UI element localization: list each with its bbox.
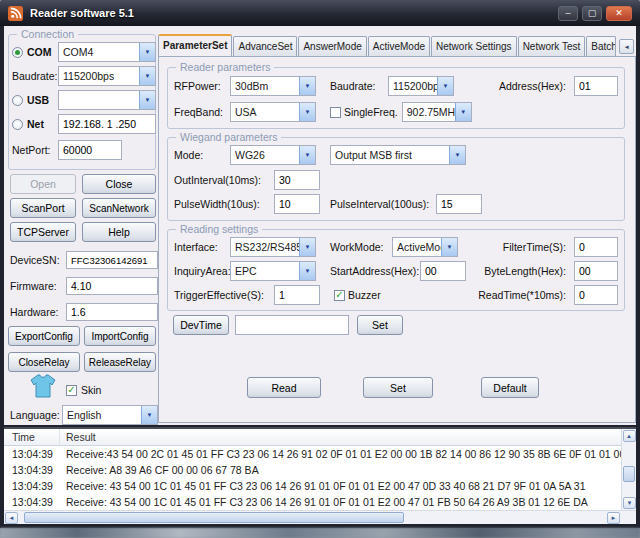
startaddress-field[interactable] <box>420 261 466 281</box>
scroll-down-icon[interactable]: ▼ <box>623 497 636 509</box>
set-button[interactable]: Set <box>363 377 433 398</box>
firmware-input[interactable] <box>67 278 157 294</box>
titlebar[interactable]: Reader software 5.1 – ▢ ✕ <box>0 0 640 26</box>
devtime-set-button[interactable]: Set <box>357 315 403 335</box>
chevron-down-icon[interactable]: ▼ <box>141 406 157 424</box>
address-field[interactable] <box>574 76 618 96</box>
chevron-down-icon[interactable]: ▼ <box>449 146 465 164</box>
chevron-down-icon[interactable]: ▼ <box>299 238 315 256</box>
tab-advanceset[interactable]: AdvanceSet <box>233 36 297 56</box>
language-select[interactable]: English ▼ <box>62 405 158 425</box>
rfpower-select[interactable]: 30dBm ▼ <box>230 76 316 96</box>
scannetwork-button[interactable]: ScanNetwork <box>82 198 156 218</box>
netport-input[interactable] <box>59 141 121 159</box>
net-ip-field[interactable] <box>58 114 156 134</box>
tab-batchwrite[interactable]: BatchW <box>586 36 616 56</box>
hardware-input[interactable] <box>67 304 157 320</box>
scroll-left-icon[interactable]: ◄ <box>5 512 18 524</box>
skin-checkbox[interactable]: ✓ <box>66 385 77 396</box>
net-ip-input[interactable] <box>59 115 155 133</box>
chevron-down-icon[interactable]: ▼ <box>441 238 457 256</box>
tab-network-test[interactable]: Network Test <box>518 36 586 56</box>
filtertime-field[interactable] <box>574 237 618 257</box>
filtertime-input[interactable] <box>575 238 617 256</box>
netport-field[interactable] <box>58 140 122 160</box>
default-button[interactable]: Default <box>481 377 539 398</box>
tab-activemode[interactable]: ActiveMode <box>368 36 430 56</box>
pulsewidth-field[interactable] <box>274 194 320 214</box>
com-port-select[interactable]: COM4 ▼ <box>58 42 156 62</box>
log-col-time[interactable]: Time <box>4 429 60 445</box>
hscroll-thumb[interactable] <box>24 512 404 523</box>
log-horizontal-scrollbar[interactable]: ◄ ► <box>4 510 636 524</box>
chevron-down-icon[interactable]: ▼ <box>139 67 155 85</box>
help-button[interactable]: Help <box>82 222 156 242</box>
chevron-down-icon[interactable]: ▼ <box>299 146 315 164</box>
interface-select[interactable]: RS232/RS485 ▼ <box>230 237 316 257</box>
outinterval-field[interactable] <box>274 170 320 190</box>
singlefreq-select[interactable]: 902.75MH ▼ <box>402 102 472 122</box>
inquiryarea-select[interactable]: EPC ▼ <box>230 261 316 281</box>
outinterval-input[interactable] <box>275 171 319 189</box>
buzzer-checkbox[interactable]: ✓ <box>334 290 345 301</box>
close-button[interactable]: ✕ <box>606 6 632 21</box>
log-col-result[interactable]: Result <box>60 429 636 445</box>
readtime-input[interactable] <box>575 286 617 304</box>
usb-select[interactable]: ▼ <box>58 90 156 110</box>
tab-answermode[interactable]: AnswerMode <box>298 36 366 56</box>
read-button[interactable]: Read <box>247 377 321 398</box>
minimize-button[interactable]: – <box>558 6 578 21</box>
chevron-down-icon[interactable]: ▼ <box>299 262 315 280</box>
freqband-select[interactable]: USA ▼ <box>230 102 316 122</box>
rp-baudrate-select[interactable]: 115200bp ▼ <box>388 76 454 96</box>
singlefreq-checkbox[interactable] <box>330 107 341 118</box>
open-button[interactable]: Open <box>10 174 76 194</box>
closerelay-button[interactable]: CloseRelay <box>8 352 80 372</box>
pulseinterval-field[interactable] <box>436 194 482 214</box>
chevron-down-icon[interactable]: ▼ <box>139 43 155 61</box>
exportconfig-button[interactable]: ExportConfig <box>8 326 80 346</box>
log-row[interactable]: 13:04:39 Receive: A8 39 A6 CF 00 00 06 6… <box>4 462 621 478</box>
vscroll-thumb[interactable] <box>623 466 635 482</box>
log-row[interactable]: 13:04:39 Receive: 43 54 00 1C 01 45 01 F… <box>4 494 621 510</box>
chevron-down-icon[interactable]: ▼ <box>455 103 471 121</box>
chevron-down-icon[interactable]: ▼ <box>139 91 155 109</box>
address-input[interactable] <box>575 77 617 95</box>
devicesn-input[interactable] <box>67 252 157 268</box>
scanport-button[interactable]: ScanPort <box>10 198 76 218</box>
log-vertical-scrollbar[interactable]: ▲ ▼ <box>621 429 636 510</box>
net-radio[interactable] <box>12 119 23 130</box>
chevron-down-icon[interactable]: ▼ <box>437 77 453 95</box>
tab-scroll-left-icon[interactable]: ◄ <box>619 39 634 54</box>
maximize-button[interactable]: ▢ <box>582 6 602 21</box>
tab-parameterset[interactable]: ParameterSet <box>158 34 232 56</box>
tcpserver-button[interactable]: TCPServer <box>10 222 76 242</box>
startaddress-input[interactable] <box>421 262 465 280</box>
readtime-field[interactable] <box>574 285 618 305</box>
pulsewidth-input[interactable] <box>275 195 319 213</box>
devtime-button[interactable]: DevTime <box>173 315 229 335</box>
log-row[interactable]: 13:04:39 Receive: 43 54 00 1C 01 45 01 F… <box>4 478 621 494</box>
com-radio[interactable] <box>12 47 23 58</box>
chevron-down-icon[interactable]: ▼ <box>299 103 315 121</box>
devtime-field[interactable] <box>235 315 349 335</box>
chevron-down-icon[interactable]: ▼ <box>299 77 315 95</box>
firmware-field[interactable] <box>66 277 158 295</box>
releaserelay-button[interactable]: ReleaseRelay <box>84 352 156 372</box>
baudrate-select[interactable]: 115200bps ▼ <box>58 66 156 86</box>
usb-radio[interactable] <box>12 95 23 106</box>
importconfig-button[interactable]: ImportConfig <box>84 326 156 346</box>
pulseinterval-input[interactable] <box>437 195 481 213</box>
devicesn-field[interactable] <box>66 251 158 269</box>
triggereffective-field[interactable] <box>274 285 320 305</box>
scroll-right-icon[interactable]: ► <box>607 512 620 524</box>
tab-network-settings[interactable]: Network Settings <box>431 36 517 56</box>
close-port-button[interactable]: Close <box>82 174 156 194</box>
hardware-field[interactable] <box>66 303 158 321</box>
triggereffective-input[interactable] <box>275 286 319 304</box>
wiegand-order-select[interactable]: Output MSB first ▼ <box>330 145 466 165</box>
wiegand-mode-select[interactable]: WG26 ▼ <box>230 145 316 165</box>
bytelength-field[interactable] <box>574 261 618 281</box>
workmode-select[interactable]: ActiveMod ▼ <box>392 237 458 257</box>
log-row[interactable]: 13:04:39 Receive:43 54 00 2C 01 45 01 FF… <box>4 446 621 462</box>
